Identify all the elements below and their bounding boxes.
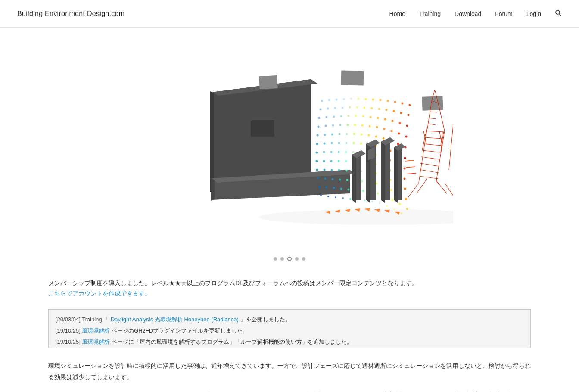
svg-point-80 <box>324 143 326 145</box>
svg-point-47 <box>370 116 372 118</box>
news-box[interactable]: [20/03/04] Training 「 Daylight Analysis … <box>48 309 531 348</box>
news-item-0: [20/03/04] Training 「 Daylight Analysis … <box>56 314 523 325</box>
svg-point-107 <box>330 160 333 162</box>
svg-point-33 <box>364 107 366 109</box>
news-link-1[interactable]: 風環境解析 <box>82 327 110 334</box>
news-link-0[interactable]: Daylight Analysis 光環境解析 Honeybee (Radian… <box>111 316 239 323</box>
svg-point-82 <box>338 142 340 144</box>
svg-point-45 <box>355 115 357 117</box>
svg-point-34 <box>371 107 373 109</box>
svg-point-134 <box>339 179 341 181</box>
svg-point-20 <box>365 98 367 100</box>
hero-slider <box>0 28 579 252</box>
svg-point-31 <box>349 106 351 109</box>
svg-point-61 <box>376 126 378 128</box>
nav-home[interactable]: Home <box>389 10 405 17</box>
news-date-1: [19/10/25] <box>56 327 82 334</box>
description-text-0: 環境シミュレーションを設計時に積極的に活用した事例は、近年増えてきています。一方… <box>48 362 531 381</box>
news-link-2[interactable]: 風環境解析 <box>82 339 110 345</box>
svg-point-44 <box>348 115 350 117</box>
svg-point-154 <box>392 199 394 201</box>
svg-point-40 <box>318 117 321 119</box>
svg-point-147 <box>340 188 342 190</box>
svg-point-160 <box>342 197 344 199</box>
membership-notice-text: メンバーシップ制度を導入しました。レベル★★☆以上のプログラムDL及びフォーラム… <box>48 280 418 286</box>
svg-point-117 <box>404 178 406 180</box>
svg-point-56 <box>339 124 342 126</box>
svg-point-50 <box>392 120 394 122</box>
svg-point-139 <box>376 183 378 185</box>
svg-point-166 <box>386 205 388 207</box>
membership-notice: メンバーシップ制度を導入しました。レベル★★☆以上のプログラムDL及びフォーラム… <box>0 270 579 306</box>
svg-point-96 <box>345 151 347 153</box>
svg-point-14 <box>321 100 323 102</box>
svg-point-55 <box>332 124 334 127</box>
slider-dot-1[interactable] <box>280 257 284 261</box>
svg-marker-5 <box>210 91 214 192</box>
svg-point-48 <box>377 117 379 119</box>
svg-marker-11 <box>211 177 215 201</box>
svg-point-159 <box>335 196 336 198</box>
svg-point-73 <box>368 134 370 137</box>
svg-point-148 <box>348 189 350 191</box>
svg-point-64 <box>398 133 400 135</box>
svg-point-157 <box>320 195 322 196</box>
svg-point-74 <box>375 136 377 138</box>
svg-point-27 <box>320 109 322 111</box>
svg-point-29 <box>334 107 336 109</box>
svg-marker-177 <box>381 142 385 203</box>
slider-dot-4[interactable] <box>302 257 305 261</box>
main-nav: Home Training Download Forum Login <box>389 9 562 18</box>
svg-point-15 <box>328 99 330 101</box>
svg-point-158 <box>327 196 329 197</box>
slider-dot-0[interactable] <box>274 257 277 261</box>
svg-point-18 <box>350 98 352 100</box>
slider-dots <box>0 252 579 270</box>
svg-point-131 <box>317 177 319 180</box>
svg-point-63 <box>391 130 393 132</box>
svg-point-24 <box>394 101 396 103</box>
nav-training[interactable]: Training <box>419 10 441 17</box>
slider-dot-2[interactable] <box>287 257 292 261</box>
svg-point-21 <box>372 99 374 101</box>
svg-point-38 <box>400 112 402 114</box>
svg-point-91 <box>404 157 406 159</box>
svg-point-108 <box>338 160 340 162</box>
svg-point-52 <box>406 125 408 127</box>
svg-point-85 <box>360 143 362 145</box>
svg-point-122 <box>346 170 348 172</box>
svg-point-49 <box>384 118 386 121</box>
svg-point-22 <box>380 99 382 101</box>
news-date-0: [20/03/04] <box>56 316 82 323</box>
svg-point-130 <box>404 188 406 190</box>
nav-login[interactable]: Login <box>526 10 541 17</box>
hero-visual <box>126 45 453 234</box>
svg-point-32 <box>356 106 358 109</box>
search-icon[interactable] <box>555 9 562 18</box>
slider-dot-3[interactable] <box>295 257 299 261</box>
svg-point-168 <box>401 212 402 214</box>
membership-link[interactable]: こちらでアカウントを作成できます。 <box>48 290 151 297</box>
svg-point-165 <box>379 202 380 204</box>
svg-point-41 <box>326 116 328 118</box>
news-item-2: [19/10/25] 風環境解析 ページに「屋内の風環境を解析するプログラム」「… <box>56 336 523 348</box>
svg-point-132 <box>324 178 327 180</box>
svg-point-133 <box>332 178 334 180</box>
svg-point-79 <box>316 143 318 145</box>
svg-point-58 <box>354 124 356 126</box>
svg-point-75 <box>383 137 385 140</box>
svg-point-23 <box>387 100 389 102</box>
header: Building Environment Design.com Home Tra… <box>0 0 579 28</box>
svg-rect-8 <box>341 71 364 86</box>
nav-forum[interactable]: Forum <box>495 10 512 17</box>
svg-point-97 <box>352 151 355 153</box>
svg-point-120 <box>331 169 333 171</box>
svg-rect-7 <box>259 75 278 89</box>
svg-point-155 <box>399 203 401 205</box>
svg-point-145 <box>326 187 328 189</box>
svg-point-69 <box>339 133 341 135</box>
nav-download[interactable]: Download <box>454 10 481 17</box>
news-item-1: [19/10/25] 風環境解析 ページのGH2FDプラグインファイルを更新しま… <box>56 325 523 336</box>
svg-marker-180 <box>394 147 398 203</box>
svg-point-106 <box>323 160 325 162</box>
